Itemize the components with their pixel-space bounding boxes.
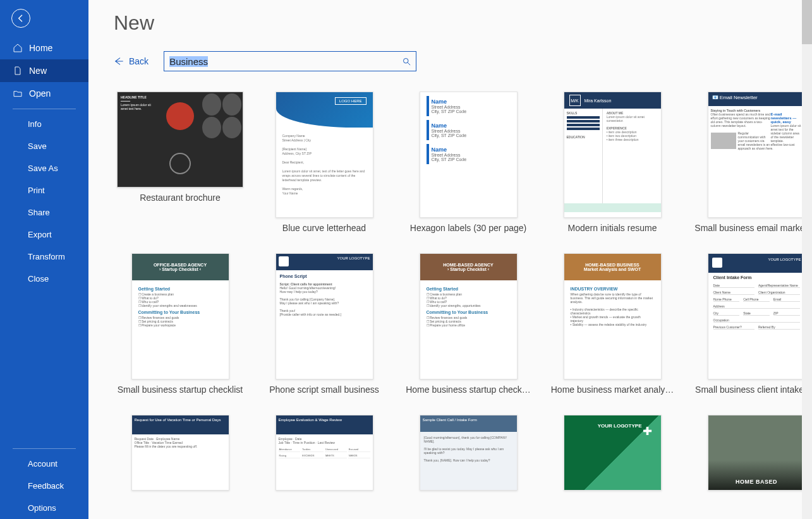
thumb-text: Name (432, 122, 508, 129)
sidebar-item-feedback[interactable]: Feedback (0, 475, 88, 497)
thumb-text: › Startup Checklist ‹ (447, 267, 489, 271)
sidebar-item-new[interactable]: New (0, 59, 88, 82)
divider (13, 448, 76, 449)
sidebar-item-home[interactable]: Home (0, 37, 88, 59)
thumb-text: Name (432, 146, 508, 153)
template-sample-client-call[interactable]: Sample Client Call / Intake Form [Good m… (402, 415, 535, 491)
template-home-based-cover[interactable]: HOME BASED (690, 415, 812, 491)
thumb-text: EXPERIENCE (607, 126, 627, 130)
thumb-text: HOME-BASED BUSINESS (585, 263, 639, 267)
thumb-text: Street Address (432, 153, 508, 157)
thumb-text: Street Address (432, 129, 508, 133)
scrollbar-thumb[interactable] (802, 0, 812, 44)
thumb-text: EDUCATION (567, 135, 585, 139)
thumb-text: YOUR LOGOTYPE (598, 423, 642, 429)
search-input[interactable] (164, 56, 397, 67)
template-caption: Phone script small business (269, 385, 379, 395)
back-label: Back (129, 56, 148, 66)
template-caption: Hexagon labels (30 per page) (410, 223, 526, 233)
template-caption: Home business market analy… (551, 385, 674, 395)
template-caption: Blue curve letterhead (282, 223, 366, 233)
thumb-text: Email Newsletter (720, 95, 758, 100)
sidebar-item-account[interactable]: Account (0, 453, 88, 475)
thumb-text: OFFICE-BASED AGENCY (154, 263, 207, 267)
arrow-left-icon (114, 56, 124, 66)
template-vacation-request[interactable]: Request for Use of Vacation Time or Pers… (114, 415, 246, 491)
template-caption: Restaurant brochure (140, 193, 221, 203)
thumb-text: Committing to Your Business (138, 310, 222, 314)
thumb-text: HOME BASED (708, 415, 805, 490)
template-email-newsletter[interactable]: 📧 Email Newsletter Staying in Touch with… (690, 92, 812, 233)
new-icon (13, 66, 23, 76)
sidebar-item-save[interactable]: Save (0, 135, 88, 157)
template-caption: Modern initials resume (568, 223, 657, 233)
thumb-text: M/K (569, 95, 581, 106)
thumb-text: SKILLS (567, 111, 578, 115)
home-icon (13, 43, 23, 53)
template-market-analysis[interactable]: HOME-BASED BUSINESSMarket Analysis and S… (546, 253, 679, 395)
template-employee-evaluation[interactable]: Employee Evaluation & Wage Review Employ… (258, 415, 391, 491)
template-medical-logotype[interactable]: ✚YOUR LOGOTYPE (546, 415, 679, 491)
sidebar-item-open[interactable]: Open (0, 82, 88, 105)
template-caption: Small business email marketi… (694, 223, 812, 233)
sidebar-item-label: New (29, 66, 47, 76)
sidebar-item-export[interactable]: Export (0, 224, 88, 246)
thumb-text: Employee Evaluation & Wage Review (279, 418, 342, 422)
thumb-text: YOUR LOGOTYPE (337, 256, 370, 268)
sidebar-item-info[interactable]: Info (0, 113, 88, 135)
thumb-text: HEADLINE TITLE (121, 95, 147, 99)
template-hexagon-labels[interactable]: NameStreet AddressCity, ST ZIP Code Name… (402, 92, 535, 233)
thumb-text: Phone Script (280, 274, 307, 278)
template-caption: Small business client intake f… (695, 385, 812, 395)
thumb-text: Committing to Your Business (427, 310, 511, 314)
vertical-scrollbar[interactable] (802, 0, 812, 519)
thumb-text: ABOUT ME (607, 111, 624, 115)
sidebar-item-label: Open (29, 88, 51, 98)
backstage-back-button[interactable] (11, 9, 30, 28)
thumb-text: Client Intake Form (708, 273, 805, 282)
sidebar-item-close[interactable]: Close (0, 268, 88, 290)
thumb-text: Street Address (432, 105, 508, 109)
template-search-box[interactable] (164, 51, 416, 71)
thumb-text: Getting Started (138, 287, 222, 291)
thumb-text: YOUR LOGOTYPE (768, 258, 801, 269)
template-caption: Home business startup check… (406, 385, 531, 395)
thumb-text: HOME-BASED AGENCY (443, 263, 493, 267)
thumb-text: Sample Client Call / Intake Form (423, 418, 477, 429)
thumb-text: Mira Karlsson (585, 98, 612, 103)
sidebar-item-print[interactable]: Print (0, 179, 88, 201)
search-back-button[interactable]: Back (114, 56, 148, 66)
template-startup-checklist[interactable]: OFFICE-BASED AGENCY› Startup Checklist ‹… (114, 253, 246, 395)
thumb-text: E-mail newsletters — quick, easy (771, 112, 797, 124)
sidebar-item-options[interactable]: Options (0, 497, 88, 519)
template-restaurant-brochure[interactable]: HEADLINE TITLE━━━━━Lorem ipsum dolor sit… (114, 92, 246, 233)
template-phone-script[interactable]: YOUR LOGOTYPE Phone ScriptScript: Client… (258, 253, 391, 395)
thumb-text: INDUSTRY OVERVIEW (571, 287, 655, 291)
thumb-text: Name (432, 98, 508, 105)
thumb-text: City, ST ZIP Code (432, 157, 508, 162)
thumb-text: › Startup Checklist ‹ (159, 267, 201, 271)
template-modern-initials-resume[interactable]: M/KMira Karlsson SKILLSEDUCATION ABOUT M… (546, 92, 679, 233)
thumb-text: Request for Use of Vacation Time or Pers… (135, 418, 221, 422)
sidebar-item-label: Home (29, 43, 52, 53)
sidebar-item-save-as[interactable]: Save As (0, 157, 88, 179)
template-home-business-checklist[interactable]: HOME-BASED AGENCY› Startup Checklist ‹ G… (402, 253, 535, 395)
thumb-text: City, ST ZIP Code (432, 133, 508, 138)
thumb-text: Getting Started (427, 287, 511, 291)
thumb-text: LOGO HERE (335, 97, 367, 105)
divider (13, 109, 76, 109)
sidebar-item-transform[interactable]: Transform (0, 246, 88, 268)
page-title: New (114, 11, 812, 35)
thumb-text: Market Analysis and SWOT (584, 267, 641, 271)
thumb-text: City, ST ZIP Code (432, 109, 508, 114)
template-caption: Small business startup checklist (118, 385, 243, 395)
template-client-intake[interactable]: YOUR LOGOTYPE Client Intake Form DateAge… (690, 253, 812, 395)
sidebar-item-share[interactable]: Share (0, 201, 88, 224)
search-button[interactable] (397, 52, 416, 70)
open-icon (13, 88, 23, 98)
search-icon (402, 57, 411, 66)
svg-point-0 (403, 58, 408, 63)
template-blue-curve-letterhead[interactable]: LOGO HERE Company NameStreet Address | C… (258, 92, 391, 233)
